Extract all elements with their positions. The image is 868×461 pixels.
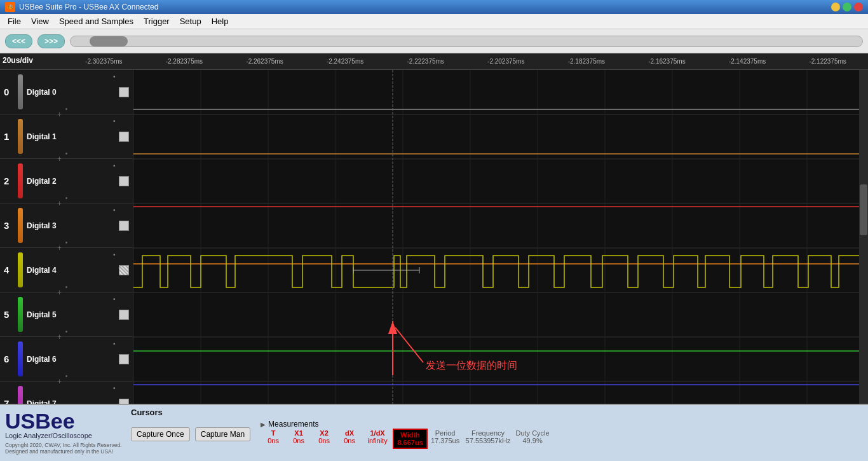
maximize-button[interactable]: [843, 3, 851, 11]
meas-1dX-value: infinity: [368, 437, 388, 444]
tick-1: -2.282375ms: [144, 58, 225, 65]
meas-1dX-header: 1/dX: [370, 429, 384, 437]
meas-T-header: T: [271, 429, 276, 437]
svg-rect-27: [860, 184, 867, 235]
toolbar: <<< >>>: [0, 29, 868, 53]
channel-6-checkbox[interactable]: [119, 354, 129, 364]
scrollbar-track[interactable]: [70, 36, 863, 47]
logo-area: USBee Logic Analyzer/Oscilloscope Copyri…: [5, 408, 126, 457]
logo-usbee: USBee: [5, 410, 126, 432]
capture-once-button[interactable]: Capture Once: [131, 427, 190, 441]
channel-0-checkbox[interactable]: [119, 87, 129, 97]
measurements-row: T 0ns X1 0ns X2 0ns: [261, 429, 552, 449]
channel-4-number: 4: [4, 265, 14, 275]
cursors-title: Cursors: [131, 408, 863, 417]
main-content: 20us/div -2.302375ms -2.282375ms -2.2623…: [0, 53, 868, 404]
ch1-dot-top: •: [113, 118, 116, 125]
channel-2-name: Digital 2: [27, 177, 57, 186]
tick-8: -2.142375ms: [707, 58, 788, 65]
window-controls: [831, 3, 863, 11]
tick-6: -2.182375ms: [546, 58, 627, 65]
meas-Period-value: 17.375us: [431, 437, 459, 444]
channel-3-checkbox[interactable]: [119, 221, 129, 231]
ch6-plus: +: [57, 377, 62, 386]
channel-1-name: Digital 1: [27, 132, 57, 141]
meas-X1: X1 0ns: [286, 429, 311, 445]
channel-0-name: Digital 0: [27, 88, 57, 97]
meas-DutyCycle-value: 49.9%: [522, 437, 542, 444]
time-ticks: -2.302375ms -2.282375ms -2.262375ms -2.2…: [6, 58, 868, 65]
meas-T-value: 0ns: [268, 437, 279, 444]
ch7-dot-top: •: [113, 385, 116, 392]
ch3-dot-top: •: [113, 207, 116, 214]
meas-DutyCycle-header: Duty Cycle: [516, 429, 550, 437]
measurements-header: ▶ Measurements: [261, 420, 552, 429]
channel-5-name: Digital 5: [27, 310, 57, 319]
meas-X2: X2 0ns: [311, 429, 337, 445]
ch3-plus: +: [57, 244, 62, 252]
measurements-section: ▶ Measurements T 0ns X1 0ns: [261, 420, 552, 449]
channel-1-checkbox[interactable]: [119, 132, 129, 142]
channel-2-checkbox[interactable]: [119, 176, 129, 186]
close-button[interactable]: [854, 3, 863, 11]
channel-0-number: 0: [4, 86, 14, 97]
channel-4-checkbox[interactable]: [119, 265, 129, 275]
tick-9: -2.122375ms: [787, 58, 868, 65]
menu-setup[interactable]: Setup: [175, 14, 207, 29]
channel-6-dot: •: [65, 373, 68, 380]
channel-0-colorbar: [18, 74, 23, 109]
prev-button[interactable]: <<<: [5, 34, 32, 48]
time-ruler: 20us/div -2.302375ms -2.282375ms -2.2623…: [0, 53, 868, 70]
capture-man-button[interactable]: Capture Man: [195, 427, 250, 441]
meas-Frequency-header: Frequency: [471, 429, 505, 437]
meas-X1-header: X1: [294, 429, 302, 437]
waveform-area: 发送一位数据的时间 0 Digital 0 • 1: [0, 70, 868, 404]
ch5-plus: +: [57, 333, 62, 341]
channel-6-number: 6: [4, 354, 14, 364]
channel-1-number: 1: [4, 131, 14, 142]
next-button[interactable]: >>>: [37, 34, 65, 48]
bottom-panel: USBee Logic Analyzer/Oscilloscope Copyri…: [0, 404, 868, 461]
channel-7-checkbox[interactable]: [119, 399, 129, 404]
channel-4-dot: •: [65, 284, 68, 291]
meas-dX-header: dX: [345, 429, 354, 437]
tick-5: -2.202375ms: [466, 58, 546, 65]
meas-Width: Width 8.667us: [393, 429, 428, 449]
cursors-controls: Capture Once Capture Man ▶ Measurements …: [131, 420, 863, 449]
channel-6-colorbar: [18, 341, 23, 376]
channel-5-checkbox[interactable]: [119, 310, 129, 320]
menu-view[interactable]: View: [26, 14, 54, 29]
div-label: 20us/div: [0, 56, 33, 65]
meas-X2-header: X2: [320, 429, 328, 437]
svg-rect-26: [859, 70, 868, 404]
scrollbar-thumb[interactable]: [90, 36, 128, 46]
ch0-dot-top: •: [113, 73, 116, 80]
channel-3-dot: •: [65, 239, 68, 246]
ch5-dot-top: •: [113, 296, 116, 303]
channel-5-colorbar: [18, 297, 23, 332]
tick-7: -2.162375ms: [627, 58, 707, 65]
meas-X1-value: 0ns: [293, 437, 304, 444]
meas-dX: dX 0ns: [337, 429, 362, 445]
meas-Frequency-value: 57.553957kHz: [466, 437, 511, 444]
svg-marker-25: [390, 321, 395, 331]
ch4-dot-top: •: [113, 251, 116, 258]
logo-copyright: Copyright 2020, CWAV, Inc. All Rights Re…: [5, 442, 126, 455]
menu-help[interactable]: Help: [207, 14, 234, 29]
menu-trigger[interactable]: Trigger: [139, 14, 175, 29]
menu-speed-samples[interactable]: Speed and Samples: [54, 14, 139, 29]
channel-6-name: Digital 6: [27, 355, 57, 364]
tick-0: -2.302375ms: [64, 58, 144, 65]
minimize-button[interactable]: [831, 3, 840, 11]
ch4-plus: +: [57, 288, 62, 297]
channel-2-colorbar: [18, 163, 23, 198]
menu-file[interactable]: File: [3, 14, 26, 29]
channel-2-number: 2: [4, 175, 14, 186]
channel-1-dot: •: [65, 150, 68, 157]
channel-5-number: 5: [4, 309, 14, 320]
measurements-label: Measurements: [268, 420, 318, 429]
channel-7-name: Digital 7: [27, 399, 57, 404]
channel-2-dot: •: [65, 195, 68, 202]
tick-3: -2.242375ms: [305, 58, 386, 65]
meas-T: T 0ns: [261, 429, 286, 445]
